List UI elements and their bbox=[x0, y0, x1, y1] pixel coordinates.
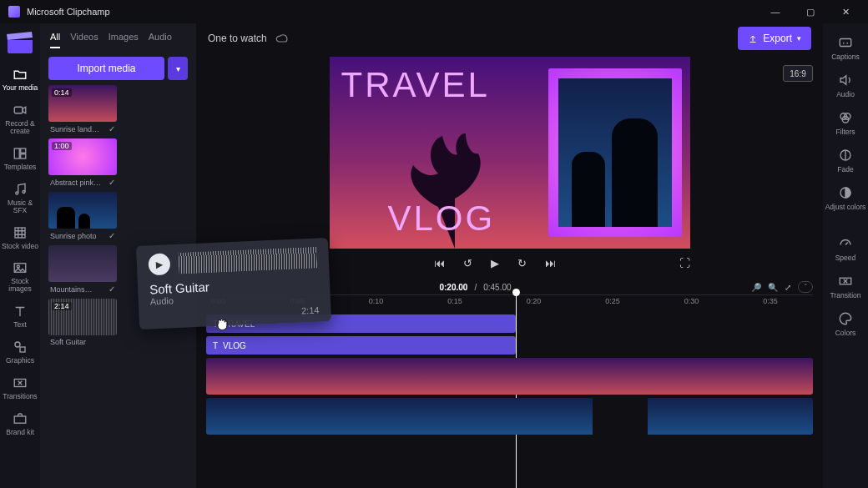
skip-end-button[interactable]: ⏭ bbox=[545, 257, 556, 269]
text-clip[interactable]: TVLOG bbox=[206, 336, 516, 355]
project-title[interactable]: One to watch bbox=[208, 33, 267, 44]
video-clip-sunrise-photo[interactable] bbox=[206, 398, 813, 435]
svg-point-5 bbox=[23, 190, 25, 193]
preview-text-travel: TRAVEL bbox=[341, 65, 490, 105]
check-icon: ✓ bbox=[108, 124, 115, 133]
nav-brand-kit[interactable]: Brand kit bbox=[0, 406, 40, 442]
svg-rect-1 bbox=[14, 148, 19, 158]
film-icon bbox=[13, 225, 28, 240]
camera-icon bbox=[13, 103, 28, 118]
window-maximize-button[interactable]: ▢ bbox=[793, 0, 828, 23]
rail-adjust-colors[interactable]: Adjust colors bbox=[823, 180, 868, 216]
nav-music-sfx[interactable]: Music & SFX bbox=[0, 177, 40, 220]
svg-point-9 bbox=[15, 342, 20, 347]
nav-graphics[interactable]: Graphics bbox=[0, 335, 40, 370]
nav-stock-images[interactable]: Stock images bbox=[0, 255, 40, 299]
svg-rect-13 bbox=[840, 39, 851, 47]
media-item[interactable]: Sunrise photo✓ bbox=[48, 192, 117, 240]
nav-transitions[interactable]: Transitions bbox=[0, 370, 40, 406]
nav-record-create[interactable]: Record & create bbox=[0, 98, 40, 141]
time-total: 0:45.00 bbox=[483, 283, 511, 292]
check-icon: ✓ bbox=[108, 284, 115, 294]
rail-speed[interactable]: Speed bbox=[823, 231, 868, 267]
tab-audio[interactable]: Audio bbox=[149, 32, 172, 48]
tab-images[interactable]: Images bbox=[108, 32, 139, 48]
tab-videos[interactable]: Videos bbox=[70, 32, 98, 48]
right-tool-rail: Captions Audio Filters Fade Adjust color… bbox=[823, 23, 868, 488]
speed-icon bbox=[838, 236, 853, 251]
svg-rect-2 bbox=[21, 148, 26, 153]
clapperboard-icon bbox=[6, 32, 34, 53]
export-button[interactable]: Export ▾ bbox=[738, 27, 811, 50]
time-current: 0:20.00 bbox=[439, 283, 467, 292]
rail-colors[interactable]: Colors bbox=[823, 306, 868, 342]
text-icon bbox=[13, 304, 28, 319]
media-tabs: All Videos Images Audio bbox=[40, 23, 196, 48]
speaker-icon bbox=[838, 73, 853, 88]
svg-rect-12 bbox=[14, 416, 26, 423]
folder-icon bbox=[13, 67, 28, 82]
video-preview[interactable]: TRAVEL VLOG bbox=[330, 57, 690, 249]
grab-cursor-icon bbox=[214, 315, 230, 332]
transport-controls: ⏮ ↺ ▶ ↻ ⏭ ⛶ bbox=[330, 249, 690, 274]
rail-filters[interactable]: Filters bbox=[823, 105, 868, 141]
nav-text[interactable]: Text bbox=[0, 299, 40, 335]
image-icon bbox=[13, 260, 28, 275]
transition-icon bbox=[838, 274, 853, 289]
shapes-icon bbox=[13, 340, 28, 355]
zoom-out-button[interactable]: 🔎 bbox=[751, 283, 761, 292]
audio-card-length: 2:14 bbox=[301, 305, 320, 316]
check-icon: ✓ bbox=[108, 231, 115, 240]
fade-icon bbox=[838, 148, 853, 163]
left-nav: Your media Record & create Templates Mus… bbox=[0, 23, 40, 488]
import-media-dropdown[interactable]: ▾ bbox=[168, 57, 188, 80]
fullscreen-button[interactable]: ⛶ bbox=[679, 257, 690, 269]
music-icon bbox=[13, 182, 28, 197]
upload-icon bbox=[748, 33, 758, 43]
check-icon: ✓ bbox=[108, 178, 115, 187]
media-item[interactable]: 0:14 Sunrise land…✓ bbox=[48, 85, 117, 133]
zoom-in-button[interactable]: 🔍 bbox=[768, 283, 778, 292]
import-media-button[interactable]: Import media bbox=[48, 57, 164, 80]
zoom-fit-button[interactable]: ⤢ bbox=[785, 283, 791, 292]
cloud-sync-icon bbox=[275, 32, 289, 45]
timeline-collapse-button[interactable]: ˅ bbox=[798, 281, 813, 293]
svg-point-4 bbox=[16, 192, 18, 194]
nav-stock-video[interactable]: Stock video bbox=[0, 220, 40, 256]
captions-icon bbox=[838, 35, 853, 50]
svg-rect-0 bbox=[14, 107, 23, 113]
rail-captions[interactable]: Captions bbox=[823, 30, 868, 66]
rewind-button[interactable]: ↺ bbox=[463, 257, 472, 269]
aspect-ratio-button[interactable]: 16:9 bbox=[783, 65, 813, 82]
rail-transition[interactable]: Transition bbox=[823, 269, 868, 304]
video-clip-sunrise[interactable] bbox=[206, 358, 813, 395]
window-close-button[interactable]: ✕ bbox=[828, 0, 863, 23]
media-item[interactable]: Mountains…✓ bbox=[48, 245, 117, 294]
svg-point-8 bbox=[17, 265, 19, 268]
nav-your-media[interactable]: Your media bbox=[0, 62, 40, 98]
preview-text-vlog: VLOG bbox=[388, 199, 496, 239]
text-icon: T bbox=[213, 341, 218, 350]
app-logo-icon bbox=[8, 6, 20, 18]
play-icon[interactable]: ▶ bbox=[148, 253, 170, 275]
dragged-audio-card[interactable]: ▶ Soft Guitar Audio 2:14 bbox=[136, 238, 331, 330]
window-minimize-button[interactable]: — bbox=[758, 0, 793, 23]
editor-topbar: One to watch Export ▾ bbox=[196, 23, 823, 53]
templates-icon bbox=[13, 146, 28, 161]
contrast-icon bbox=[838, 185, 853, 200]
play-button[interactable]: ▶ bbox=[491, 257, 499, 269]
transition-icon bbox=[13, 375, 28, 390]
tab-all[interactable]: All bbox=[50, 32, 60, 48]
skip-start-button[interactable]: ⏮ bbox=[434, 257, 445, 269]
rail-audio[interactable]: Audio bbox=[823, 68, 868, 103]
svg-rect-3 bbox=[21, 154, 26, 158]
timeline-tracks: TTRAVEL TVLOG bbox=[196, 313, 823, 443]
media-item[interactable]: 2:14 Soft Guitar bbox=[48, 299, 117, 346]
rail-fade[interactable]: Fade bbox=[823, 143, 868, 179]
chevron-down-icon: ▾ bbox=[797, 34, 801, 43]
forward-button[interactable]: ↻ bbox=[517, 257, 527, 269]
svg-rect-6 bbox=[15, 228, 25, 238]
nav-templates[interactable]: Templates bbox=[0, 141, 40, 177]
app-title: Microsoft Clipchamp bbox=[27, 7, 110, 17]
media-item[interactable]: 1:00 Abstract pink…✓ bbox=[48, 138, 117, 187]
